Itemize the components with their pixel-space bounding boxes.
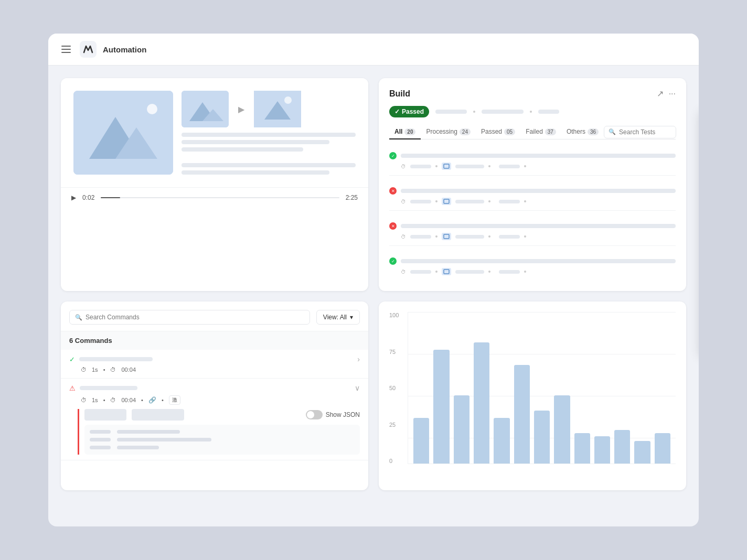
meta-dot-2	[488, 200, 490, 202]
expand-label-3	[90, 446, 111, 449]
meta-dot-2	[488, 165, 490, 167]
tab-processing-label: Processing	[426, 128, 457, 135]
test-item: ✕ ⏱	[389, 217, 676, 246]
progress-bar[interactable]	[101, 197, 339, 198]
meta-dot-3	[524, 235, 526, 238]
command-search-box[interactable]: 🔍	[69, 310, 310, 325]
meta-tag-3	[499, 165, 520, 168]
expand-val-2	[117, 438, 211, 441]
meta-tag-2	[455, 235, 484, 239]
tab-others[interactable]: Others 36	[561, 125, 604, 139]
tab-all-label: All	[394, 128, 402, 135]
cmd-expand-toolbar: Show JSON	[84, 409, 360, 421]
chart-bar	[494, 418, 509, 464]
meta-dot	[435, 165, 437, 167]
chart-bar	[454, 395, 469, 464]
meta-dot-3	[524, 271, 526, 273]
cmd-item-pass: ✓ ›	[69, 355, 360, 363]
play-icon[interactable]: ▶	[71, 194, 76, 201]
meta-dot-3	[524, 165, 526, 167]
cmd-collapse-icon[interactable]: ∨	[355, 384, 360, 392]
chart-bar	[554, 395, 570, 464]
media-bottom	[182, 163, 356, 175]
meta-tag-1	[410, 165, 431, 168]
test-list: ✓ ⏱	[389, 147, 676, 281]
chart-bar	[514, 365, 530, 464]
video-card: ▶	[61, 78, 368, 291]
meta-tag-3	[499, 235, 520, 239]
media-layout: ▶	[73, 91, 356, 175]
commands-count: 6 Commands	[61, 331, 368, 350]
status-badge-passed: Passed	[389, 106, 429, 117]
commands-toolbar: 🔍 View: All ▾	[61, 301, 368, 331]
cmd-badge: 激	[169, 395, 180, 405]
svg-point-10	[284, 96, 292, 104]
cmd-check-icon: ✓	[69, 356, 75, 363]
show-json-toggle[interactable]: Show JSON	[306, 410, 360, 419]
menu-button[interactable]	[59, 42, 73, 57]
test-status-fail: ✕	[389, 187, 397, 195]
svg-point-4	[147, 104, 157, 114]
chart-bar	[413, 418, 429, 464]
tab-passed[interactable]: Passed 05	[476, 125, 520, 139]
meta-time	[482, 110, 524, 114]
expand-label-2	[90, 438, 111, 441]
meta-dot-2	[530, 111, 532, 113]
cmd-expand-area: Show JSON	[78, 409, 360, 455]
svg-rect-11	[444, 164, 449, 168]
y-label-50: 50	[389, 385, 399, 391]
build-card: Build ↗ ··· Passed All 2	[379, 78, 686, 291]
view-all-button[interactable]: View: All ▾	[316, 310, 360, 325]
cmd-dot-1: •	[103, 367, 105, 373]
play-button[interactable]: ▶	[234, 102, 249, 116]
test-name-placeholder	[401, 154, 676, 158]
meta-clock-icon: ⏱	[401, 234, 406, 240]
command-search-input[interactable]	[86, 314, 304, 321]
cmd-expand-icon[interactable]: ›	[357, 355, 360, 363]
cmd-duration: 00:04	[121, 367, 136, 373]
meta-device-icon	[442, 268, 451, 275]
meta-tag-2	[455, 200, 484, 203]
tab-others-label: Others	[567, 128, 585, 135]
test-item-meta: ⏱	[401, 163, 676, 170]
chart-bar	[534, 411, 550, 464]
meta-clock-icon: ⏱	[401, 199, 406, 204]
test-item-meta: ⏱	[401, 268, 676, 275]
view-all-label: View: All	[323, 314, 347, 321]
tab-all[interactable]: All 20	[389, 125, 421, 139]
cmd-name-placeholder	[79, 357, 153, 361]
meta-branch	[435, 110, 467, 114]
test-name-placeholder	[401, 224, 676, 228]
expand-row-2	[90, 438, 355, 441]
more-icon[interactable]: ···	[669, 89, 676, 99]
json-toggle-switch[interactable]	[306, 410, 323, 419]
test-search-input[interactable]	[619, 128, 671, 136]
meta-tag-1	[410, 200, 431, 203]
test-item-top: ✕	[389, 222, 676, 230]
test-search-box[interactable]: 🔍	[604, 126, 676, 138]
build-title: Build	[389, 89, 410, 99]
tab-failed[interactable]: Failed 37	[520, 125, 561, 139]
title-bar: Automation	[48, 34, 699, 66]
tab-processing[interactable]: Processing 24	[421, 125, 476, 139]
chart-card: 100 75 50 25 0	[379, 301, 686, 490]
cmd-time-2: 1s	[92, 397, 98, 403]
cmd-duration-icon: ⏱	[110, 367, 116, 373]
thumbnail-1	[182, 91, 229, 127]
meta-device-icon	[442, 198, 451, 205]
tab-failed-label: Failed	[526, 128, 543, 135]
meta-dot	[435, 200, 437, 202]
progress-fill	[101, 197, 120, 198]
svg-rect-13	[444, 234, 449, 239]
tab-processing-badge: 24	[460, 128, 471, 135]
build-header: Build ↗ ···	[389, 89, 676, 99]
tab-passed-label: Passed	[481, 128, 502, 135]
share-icon[interactable]: ↗	[657, 89, 664, 99]
text-line-3	[182, 147, 303, 152]
time-total: 2:25	[346, 194, 358, 201]
chart-bar	[634, 441, 650, 464]
expand-label-1	[90, 430, 111, 434]
build-actions: ↗ ···	[657, 89, 676, 99]
cmd-dot-2: •	[103, 397, 105, 403]
app-window: Automation	[48, 34, 699, 526]
